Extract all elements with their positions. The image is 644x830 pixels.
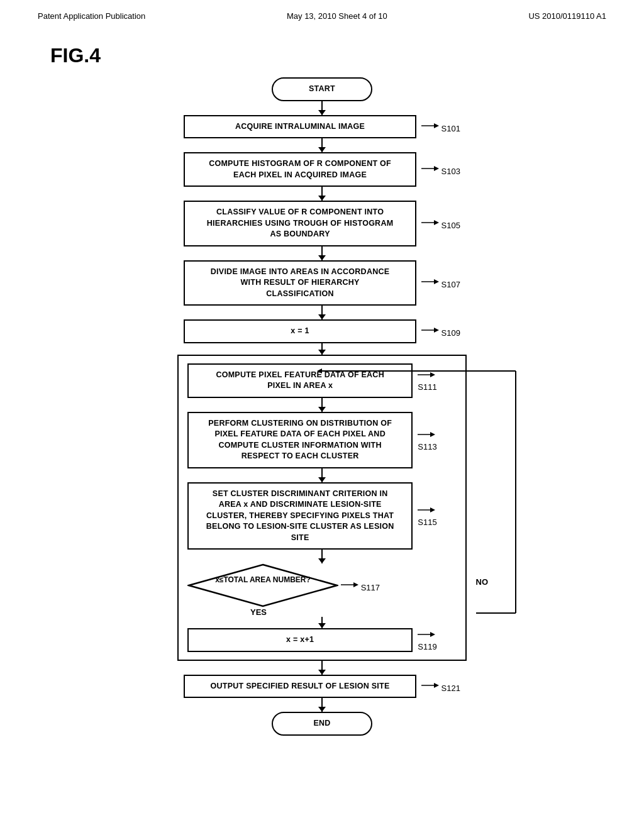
svg-marker-21 <box>430 632 435 637</box>
arrow-10 <box>321 617 323 628</box>
step-s103: COMPUTE HISTOGRAM OF R COMPONENT OF EACH… <box>184 152 460 187</box>
arrow-5 <box>321 306 323 319</box>
end-node: END <box>272 712 372 736</box>
label-s113: S113 <box>418 429 457 451</box>
step-id-arrow-s101 <box>421 120 439 131</box>
label-s117: S117 <box>341 579 380 592</box>
arrow-4 <box>321 246 323 260</box>
svg-marker-5 <box>434 220 439 225</box>
step-id-arrow-s121 <box>421 680 439 691</box>
step-id-arrow-s105 <box>421 217 439 228</box>
svg-marker-15 <box>430 507 435 512</box>
box-s101: ACQUIRE INTRALUMINAL IMAGE <box>184 115 416 139</box>
box-s111: COMPUTE PIXEL FEATURE DATA OF EACH PIXEL… <box>187 363 413 398</box>
start-node: START <box>272 77 372 101</box>
arrow-3 <box>321 187 323 201</box>
box-s103: COMPUTE HISTOGRAM OF R COMPONENT OF EACH… <box>184 152 416 187</box>
diamond-shape: x≤TOTAL AREA NUMBER? <box>187 563 338 607</box>
arrow-12 <box>321 698 323 712</box>
label-s121: S121 <box>421 680 460 693</box>
step-s111-row: COMPUTE PIXEL FEATURE DATA OF EACH PIXEL… <box>187 363 457 398</box>
svg-marker-13 <box>430 432 435 437</box>
arrow-7 <box>321 398 323 412</box>
svg-marker-1 <box>434 123 439 128</box>
box-s105: CLASSIFY VALUE OF R COMPONENT INTO HIERA… <box>184 201 416 246</box>
label-s107: S107 <box>421 276 460 289</box>
arrow-1 <box>321 101 323 115</box>
diamond-row: x≤TOTAL AREA NUMBER? S117 NO <box>187 563 457 607</box>
arrow-8 <box>321 468 323 482</box>
page-header: Patent Application Publication May 13, 2… <box>0 0 644 27</box>
box-s113: PERFORM CLUSTERING ON DISTRIBUTION OF PI… <box>187 412 413 468</box>
label-s105: S105 <box>421 217 460 230</box>
label-s111: S111 <box>418 369 457 392</box>
box-s107: DIVIDE IMAGE INTO AREAS IN ACCORDANCE WI… <box>184 260 416 306</box>
arrow-2 <box>321 138 323 152</box>
label-s109: S109 <box>421 324 460 338</box>
step-id-arrow-s109 <box>421 324 439 336</box>
loop-container: COMPUTE PIXEL FEATURE DATA OF EACH PIXEL… <box>177 355 467 661</box>
step-s121: OUTPUT SPECIFIED RESULT OF LESION SITE S… <box>184 675 460 699</box>
arrow-6 <box>321 343 323 355</box>
header-right: US 2010/0119110 A1 <box>528 11 606 21</box>
step-s109: x = 1 S109 <box>184 319 460 343</box>
yes-label-row: YES <box>187 607 457 617</box>
svg-marker-3 <box>434 166 439 171</box>
svg-marker-7 <box>434 279 439 284</box>
label-s115: S115 <box>418 504 457 527</box>
yes-label: YES <box>250 607 267 617</box>
svg-marker-9 <box>434 328 439 333</box>
label-s119: S119 <box>418 629 457 651</box>
header-left: Patent Application Publication <box>38 11 145 21</box>
box-s109: x = 1 <box>184 319 416 343</box>
arrow-9 <box>321 550 323 563</box>
svg-marker-19 <box>353 582 358 587</box>
step-id-arrow-s107 <box>421 276 439 287</box>
header-middle: May 13, 2010 Sheet 4 of 10 <box>287 11 387 21</box>
box-s121: OUTPUT SPECIFIED RESULT OF LESION SITE <box>184 675 416 699</box>
box-s119: x = x+1 <box>187 628 413 652</box>
flowchart: START ACQUIRE INTRALUMINAL IMAGE S101 CO… <box>0 46 644 736</box>
label-s103: S103 <box>421 163 460 176</box>
end-box: END <box>272 712 372 736</box>
step-s119-row: x = x+1 S119 <box>187 628 457 652</box>
svg-marker-16 <box>189 565 337 606</box>
svg-marker-11 <box>430 372 435 377</box>
step-s105: CLASSIFY VALUE OF R COMPONENT INTO HIERA… <box>184 201 460 246</box>
box-s115: SET CLUSTER DISCRIMINANT CRITERION IN AR… <box>187 482 413 550</box>
no-label: NO <box>476 577 489 587</box>
svg-text:x≤TOTAL AREA NUMBER?: x≤TOTAL AREA NUMBER? <box>215 575 311 584</box>
step-s113-row: PERFORM CLUSTERING ON DISTRIBUTION OF PI… <box>187 412 457 468</box>
step-s101: ACQUIRE INTRALUMINAL IMAGE S101 <box>184 115 460 139</box>
step-id-arrow-s103 <box>421 163 439 174</box>
step-s107: DIVIDE IMAGE INTO AREAS IN ACCORDANCE WI… <box>184 260 460 306</box>
start-box: START <box>272 77 372 101</box>
step-s115-row: SET CLUSTER DISCRIMINANT CRITERION IN AR… <box>187 482 457 550</box>
arrow-11 <box>321 661 323 675</box>
svg-marker-23 <box>434 683 439 688</box>
label-s101: S101 <box>421 120 460 133</box>
